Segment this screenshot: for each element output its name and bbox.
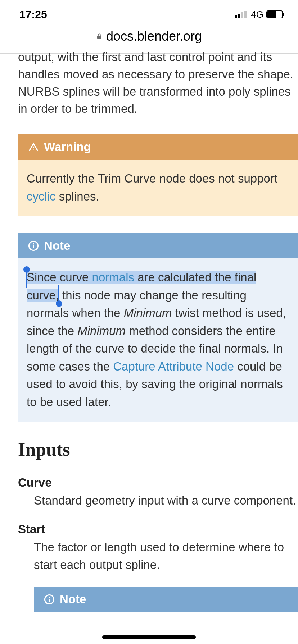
svg-rect-5 [49, 599, 50, 602]
network-type: 4G [251, 9, 263, 20]
normals-link[interactable]: normals [92, 271, 134, 284]
selected-text-1: Since curve [27, 271, 92, 284]
note-em1: Minimum [124, 306, 172, 319]
warning-title-bar: Warning [18, 134, 298, 160]
start-term: Start [18, 523, 298, 536]
intro-paragraph: output, with the first and last control … [18, 49, 298, 117]
warning-text-pre: Currently the Trim Curve node does not s… [27, 172, 277, 185]
dl-curve: Curve Standard geometry input with a cur… [18, 476, 298, 510]
dl-start: Start The factor or length used to deter… [18, 523, 298, 574]
cyclic-link[interactable]: cyclic [27, 190, 56, 203]
lock-icon [96, 32, 103, 40]
start-note-title-bar: Note [34, 587, 298, 612]
curve-def: Standard geometry input with a curve com… [34, 492, 298, 510]
svg-point-4 [49, 597, 50, 598]
info-icon [28, 240, 39, 251]
note-em2: Minimum [77, 324, 126, 337]
note-title-bar: Note [18, 233, 298, 258]
start-note-title-text: Note [60, 593, 86, 606]
selection-end-handle[interactable] [56, 300, 62, 307]
warning-icon [28, 142, 39, 152]
inputs-heading: Inputs [18, 439, 298, 460]
start-def: The factor or length used to determine w… [34, 538, 298, 574]
start-note-admonition: Note [34, 587, 298, 612]
note-body: Since curve normals are calculated the f… [18, 258, 298, 422]
note-admonition: Note Since curve normals are calculated … [18, 233, 298, 422]
capture-attribute-link[interactable]: Capture Attribute Node [113, 360, 234, 373]
warning-body: Currently the Trim Curve node does not s… [18, 160, 298, 216]
home-indicator[interactable] [102, 635, 196, 639]
status-bar: 17:25 4G [0, 0, 298, 25]
curve-term: Curve [18, 476, 298, 489]
svg-rect-2 [33, 245, 34, 249]
url-text: docs.blender.org [106, 29, 202, 44]
warning-title-text: Warning [44, 140, 91, 154]
note-title-text: Note [44, 239, 70, 253]
status-right: 4G [235, 9, 283, 20]
battery-icon [266, 10, 283, 18]
warning-admonition: Warning Currently the Trim Curve node do… [18, 134, 298, 216]
svg-point-1 [33, 243, 34, 245]
info-icon [44, 594, 55, 605]
warning-text-post: splines. [56, 190, 99, 203]
page-content: output, with the first and last control … [0, 49, 298, 612]
status-time: 17:25 [19, 8, 47, 20]
signal-icon [235, 11, 247, 18]
